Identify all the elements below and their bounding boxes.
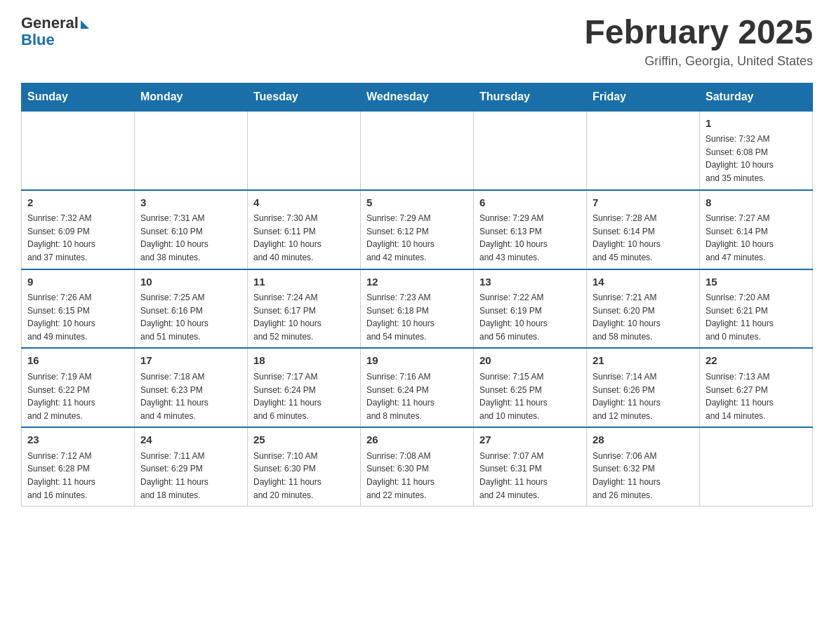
page-header: General Blue February 2025 Griffin, Geor… <box>21 14 813 69</box>
day-info: Sunrise: 7:11 AMSunset: 6:29 PMDaylight:… <box>140 450 241 502</box>
day-number: 6 <box>479 195 581 211</box>
day-number: 26 <box>366 432 468 448</box>
calendar-cell: 9Sunrise: 7:26 AMSunset: 6:15 PMDaylight… <box>22 269 135 349</box>
day-number: 7 <box>593 195 694 211</box>
day-info: Sunrise: 7:32 AMSunset: 6:09 PMDaylight:… <box>27 212 128 264</box>
calendar-cell: 1Sunrise: 7:32 AMSunset: 6:08 PMDaylight… <box>700 111 813 190</box>
day-info: Sunrise: 7:18 AMSunset: 6:23 PMDaylight:… <box>140 370 241 422</box>
day-number: 23 <box>27 432 128 448</box>
calendar-cell <box>361 111 474 190</box>
day-number: 16 <box>27 353 128 369</box>
day-info: Sunrise: 7:23 AMSunset: 6:18 PMDaylight:… <box>366 291 468 343</box>
calendar-cell: 4Sunrise: 7:30 AMSunset: 6:11 PMDaylight… <box>248 190 361 269</box>
day-number: 20 <box>479 353 581 369</box>
calendar-cell: 28Sunrise: 7:06 AMSunset: 6:32 PMDayligh… <box>587 427 700 506</box>
day-info: Sunrise: 7:12 AMSunset: 6:28 PMDaylight:… <box>27 450 128 502</box>
day-number: 10 <box>140 274 241 290</box>
day-number: 9 <box>27 274 128 290</box>
day-number: 3 <box>140 195 241 211</box>
day-info: Sunrise: 7:16 AMSunset: 6:24 PMDaylight:… <box>366 370 468 422</box>
day-header-monday: Monday <box>135 83 248 111</box>
day-header-friday: Friday <box>587 83 700 111</box>
calendar-week-row: 23Sunrise: 7:12 AMSunset: 6:28 PMDayligh… <box>22 427 813 506</box>
day-info: Sunrise: 7:32 AMSunset: 6:08 PMDaylight:… <box>706 133 807 185</box>
calendar-cell: 12Sunrise: 7:23 AMSunset: 6:18 PMDayligh… <box>361 269 474 349</box>
calendar-cell: 17Sunrise: 7:18 AMSunset: 6:23 PMDayligh… <box>135 348 248 427</box>
calendar-week-row: 1Sunrise: 7:32 AMSunset: 6:08 PMDaylight… <box>22 111 813 190</box>
calendar-cell <box>474 111 587 190</box>
calendar-cell: 5Sunrise: 7:29 AMSunset: 6:12 PMDaylight… <box>361 190 474 269</box>
day-header-saturday: Saturday <box>700 83 813 111</box>
day-info: Sunrise: 7:25 AMSunset: 6:16 PMDaylight:… <box>140 291 241 343</box>
calendar-cell: 6Sunrise: 7:29 AMSunset: 6:13 PMDaylight… <box>474 190 587 269</box>
logo-blue-text: Blue <box>21 31 55 49</box>
calendar-header-row: SundayMondayTuesdayWednesdayThursdayFrid… <box>22 83 813 111</box>
day-number: 25 <box>253 432 355 448</box>
day-info: Sunrise: 7:28 AMSunset: 6:14 PMDaylight:… <box>593 212 694 264</box>
day-info: Sunrise: 7:17 AMSunset: 6:24 PMDaylight:… <box>253 370 355 422</box>
day-info: Sunrise: 7:31 AMSunset: 6:10 PMDaylight:… <box>140 212 241 264</box>
calendar-cell: 21Sunrise: 7:14 AMSunset: 6:26 PMDayligh… <box>587 348 700 427</box>
day-number: 22 <box>706 353 807 369</box>
day-number: 4 <box>253 195 355 211</box>
calendar-cell: 26Sunrise: 7:08 AMSunset: 6:30 PMDayligh… <box>361 427 474 506</box>
day-info: Sunrise: 7:14 AMSunset: 6:26 PMDaylight:… <box>593 370 694 422</box>
day-info: Sunrise: 7:29 AMSunset: 6:13 PMDaylight:… <box>479 212 581 264</box>
day-info: Sunrise: 7:27 AMSunset: 6:14 PMDaylight:… <box>706 212 807 264</box>
calendar-cell: 8Sunrise: 7:27 AMSunset: 6:14 PMDaylight… <box>700 190 813 269</box>
calendar-cell: 3Sunrise: 7:31 AMSunset: 6:10 PMDaylight… <box>135 190 248 269</box>
calendar-table: SundayMondayTuesdayWednesdayThursdayFrid… <box>21 83 813 507</box>
calendar-cell: 11Sunrise: 7:24 AMSunset: 6:17 PMDayligh… <box>248 269 361 349</box>
day-number: 14 <box>593 274 694 290</box>
day-number: 13 <box>479 274 581 290</box>
calendar-cell: 13Sunrise: 7:22 AMSunset: 6:19 PMDayligh… <box>474 269 587 349</box>
day-info: Sunrise: 7:15 AMSunset: 6:25 PMDaylight:… <box>479 370 581 422</box>
day-number: 2 <box>27 195 128 211</box>
day-number: 15 <box>706 274 807 290</box>
calendar-cell: 16Sunrise: 7:19 AMSunset: 6:22 PMDayligh… <box>22 348 135 427</box>
calendar-cell: 20Sunrise: 7:15 AMSunset: 6:25 PMDayligh… <box>474 348 587 427</box>
day-number: 5 <box>366 195 468 211</box>
calendar-cell: 14Sunrise: 7:21 AMSunset: 6:20 PMDayligh… <box>587 269 700 349</box>
day-number: 8 <box>706 195 807 211</box>
day-number: 21 <box>593 353 694 369</box>
day-info: Sunrise: 7:29 AMSunset: 6:12 PMDaylight:… <box>366 212 468 264</box>
day-number: 12 <box>366 274 468 290</box>
location-text: Griffin, Georgia, United States <box>584 54 813 69</box>
calendar-cell: 7Sunrise: 7:28 AMSunset: 6:14 PMDaylight… <box>587 190 700 269</box>
day-header-sunday: Sunday <box>22 83 135 111</box>
day-info: Sunrise: 7:30 AMSunset: 6:11 PMDaylight:… <box>253 212 355 264</box>
day-number: 18 <box>253 353 355 369</box>
day-info: Sunrise: 7:07 AMSunset: 6:31 PMDaylight:… <box>479 450 581 502</box>
calendar-cell: 23Sunrise: 7:12 AMSunset: 6:28 PMDayligh… <box>22 427 135 506</box>
calendar-cell: 15Sunrise: 7:20 AMSunset: 6:21 PMDayligh… <box>700 269 813 349</box>
day-info: Sunrise: 7:10 AMSunset: 6:30 PMDaylight:… <box>253 450 355 502</box>
calendar-cell: 25Sunrise: 7:10 AMSunset: 6:30 PMDayligh… <box>248 427 361 506</box>
day-info: Sunrise: 7:13 AMSunset: 6:27 PMDaylight:… <box>706 370 807 422</box>
calendar-week-row: 16Sunrise: 7:19 AMSunset: 6:22 PMDayligh… <box>22 348 813 427</box>
day-number: 27 <box>479 432 581 448</box>
calendar-cell <box>248 111 361 190</box>
day-info: Sunrise: 7:22 AMSunset: 6:19 PMDaylight:… <box>479 291 581 343</box>
day-info: Sunrise: 7:21 AMSunset: 6:20 PMDaylight:… <box>593 291 694 343</box>
title-section: February 2025 Griffin, Georgia, United S… <box>584 14 813 69</box>
calendar-cell: 24Sunrise: 7:11 AMSunset: 6:29 PMDayligh… <box>135 427 248 506</box>
logo-general-text: General <box>21 14 79 32</box>
day-number: 24 <box>140 432 241 448</box>
calendar-cell: 27Sunrise: 7:07 AMSunset: 6:31 PMDayligh… <box>474 427 587 506</box>
calendar-cell <box>587 111 700 190</box>
calendar-cell: 2Sunrise: 7:32 AMSunset: 6:09 PMDaylight… <box>22 190 135 269</box>
logo-arrow-icon <box>81 20 89 29</box>
calendar-cell: 10Sunrise: 7:25 AMSunset: 6:16 PMDayligh… <box>135 269 248 349</box>
day-number: 28 <box>593 432 694 448</box>
calendar-cell: 18Sunrise: 7:17 AMSunset: 6:24 PMDayligh… <box>248 348 361 427</box>
calendar-cell: 22Sunrise: 7:13 AMSunset: 6:27 PMDayligh… <box>700 348 813 427</box>
day-info: Sunrise: 7:26 AMSunset: 6:15 PMDaylight:… <box>27 291 128 343</box>
day-number: 17 <box>140 353 241 369</box>
logo: General Blue <box>21 14 89 49</box>
day-number: 19 <box>366 353 468 369</box>
day-info: Sunrise: 7:19 AMSunset: 6:22 PMDaylight:… <box>27 370 128 422</box>
day-header-tuesday: Tuesday <box>248 83 361 111</box>
calendar-cell <box>135 111 248 190</box>
month-title: February 2025 <box>584 14 813 51</box>
